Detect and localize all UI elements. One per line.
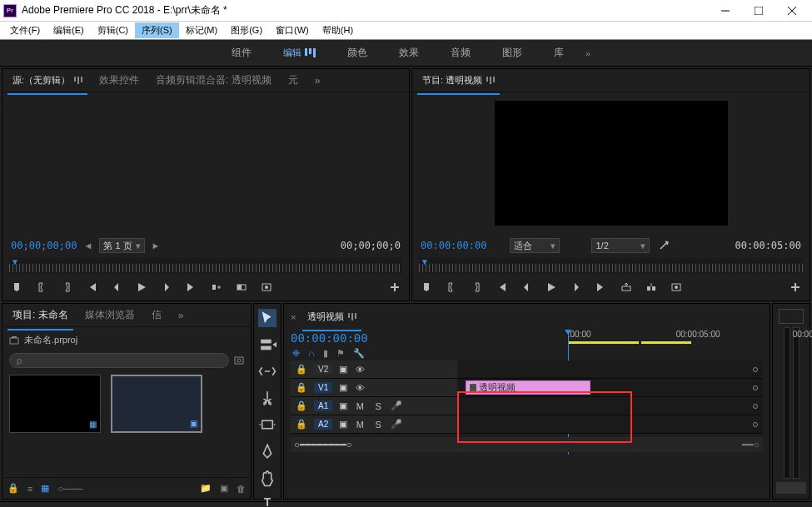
- ws-effects[interactable]: 效果: [386, 42, 432, 63]
- delete-button[interactable]: 🗑: [237, 484, 246, 494]
- tab-project-more[interactable]: »: [173, 306, 189, 325]
- step-back-button[interactable]: [109, 280, 124, 295]
- timeline-ruler[interactable]: :00:00 00:00:05:00 00:00:: [560, 330, 763, 346]
- step-forward-button[interactable]: [159, 280, 174, 295]
- fit-dropdown[interactable]: 适合▾: [510, 238, 560, 253]
- menu-graphic[interactable]: 图形(G): [224, 22, 269, 38]
- ws-assembly[interactable]: 组件: [218, 42, 265, 63]
- bin-header[interactable]: 未命名.prproj: [9, 331, 244, 350]
- panel-menu-icon[interactable]: [486, 77, 495, 84]
- extract-button[interactable]: [644, 280, 659, 295]
- tab-effect-controls[interactable]: 效果控件: [94, 70, 144, 91]
- page-dropdown[interactable]: 第 1 页 ▾: [99, 238, 144, 253]
- track-label-a2[interactable]: A2: [314, 419, 332, 430]
- menu-clip[interactable]: 剪辑(C): [91, 22, 135, 38]
- razor-tool[interactable]: [258, 389, 276, 407]
- solo-toggle[interactable]: S: [372, 401, 384, 411]
- project-item-1[interactable]: ▦: [9, 375, 101, 433]
- add-marker-button[interactable]: [419, 280, 434, 295]
- visibility-toggle[interactable]: 👁: [354, 383, 366, 393]
- panel-menu-icon[interactable]: [348, 313, 356, 321]
- ws-audio[interactable]: 音频: [437, 42, 484, 63]
- track-select-tool[interactable]: [258, 336, 276, 354]
- ws-editing[interactable]: 编辑: [270, 43, 329, 62]
- overwrite-button[interactable]: [234, 280, 249, 295]
- tab-media-browser[interactable]: 媒体浏览器: [80, 305, 140, 326]
- menu-marker[interactable]: 标记(M): [179, 22, 225, 38]
- mark-out-button[interactable]: [59, 280, 74, 295]
- go-to-out-button[interactable]: [184, 280, 199, 295]
- search-input[interactable]: [9, 353, 229, 368]
- menu-edit[interactable]: 编辑(E): [47, 22, 91, 38]
- track-label-v1[interactable]: V1: [314, 382, 332, 393]
- slip-tool[interactable]: [258, 415, 276, 434]
- export-frame-button[interactable]: [669, 280, 684, 295]
- tab-program[interactable]: 节目: 透明视频: [417, 71, 500, 90]
- ws-graphics[interactable]: 图形: [489, 42, 536, 63]
- page-next[interactable]: ►: [152, 241, 161, 251]
- insert-button[interactable]: [209, 280, 224, 295]
- timeline-zoom-bar[interactable]: ○━━━━━━━━○━━○: [291, 437, 763, 452]
- ripple-edit-tool[interactable]: [258, 362, 276, 380]
- voice-over-icon[interactable]: 🎤: [391, 400, 402, 411]
- pen-tool[interactable]: [258, 442, 276, 460]
- new-item-button[interactable]: ▣: [220, 483, 228, 494]
- target-toggle[interactable]: ▣: [339, 382, 347, 393]
- voice-over-icon[interactable]: 🎤: [391, 419, 402, 430]
- new-bin-button[interactable]: 📁: [200, 483, 212, 494]
- track-lane-a2[interactable]: [457, 415, 763, 433]
- filter-icon[interactable]: [234, 355, 244, 365]
- step-back-button[interactable]: [519, 280, 534, 295]
- menu-sequence[interactable]: 序列(S): [135, 22, 179, 38]
- tab-audio-mixer[interactable]: 音频剪辑混合器: 透明视频: [151, 70, 276, 91]
- visibility-toggle[interactable]: 👁: [354, 365, 366, 375]
- mute-toggle[interactable]: M: [354, 420, 366, 430]
- timeline-timecode[interactable]: 00:00:00:00: [291, 331, 368, 345]
- mark-out-button[interactable]: [469, 280, 484, 295]
- lock-icon[interactable]: 🔒: [7, 483, 19, 494]
- keyframe-dot[interactable]: [753, 422, 758, 427]
- menu-help[interactable]: 帮助(H): [316, 22, 360, 38]
- linked-selection-icon[interactable]: ∩: [308, 348, 315, 359]
- close-seq-icon[interactable]: ×: [291, 312, 296, 322]
- target-toggle[interactable]: ▣: [339, 419, 347, 430]
- work-area-bar[interactable]: [568, 341, 639, 344]
- resolution-dropdown[interactable]: 1/2▾: [591, 238, 650, 253]
- keyframe-dot[interactable]: [753, 367, 758, 372]
- hand-tool[interactable]: [258, 469, 276, 487]
- page-prev[interactable]: ◄: [83, 241, 92, 251]
- mark-in-button[interactable]: [444, 280, 459, 295]
- project-item-2[interactable]: ▣: [111, 375, 202, 433]
- marker-icon[interactable]: ▮: [323, 348, 328, 359]
- export-frame-button[interactable]: [259, 280, 274, 295]
- ws-color[interactable]: 颜色: [334, 42, 381, 63]
- list-view-button[interactable]: ≡: [27, 484, 32, 494]
- program-tc-in[interactable]: 00:00:00:00: [421, 240, 486, 251]
- play-button[interactable]: [134, 280, 149, 295]
- tab-sequence[interactable]: 透明视频: [302, 307, 361, 326]
- tab-info[interactable]: 信: [147, 305, 167, 326]
- type-tool[interactable]: T: [258, 495, 276, 507]
- tab-source-more[interactable]: »: [310, 72, 326, 90]
- settings-icon[interactable]: ⚑: [336, 348, 345, 359]
- target-toggle[interactable]: ▣: [339, 400, 347, 411]
- ws-libraries[interactable]: 库: [541, 42, 577, 63]
- settings-button[interactable]: [656, 238, 671, 253]
- panel-menu-icon[interactable]: [74, 77, 82, 84]
- zoom-slider[interactable]: ○───: [57, 484, 82, 494]
- lock-toggle[interactable]: 🔒: [296, 400, 307, 411]
- keyframe-dot[interactable]: [753, 404, 758, 409]
- keyframe-dot[interactable]: [753, 385, 758, 390]
- tab-source[interactable]: 源:（无剪辑）: [7, 71, 87, 90]
- go-to-in-button[interactable]: [84, 280, 99, 295]
- track-lane-v1[interactable]: fx透明视频: [457, 379, 763, 396]
- tab-metadata[interactable]: 元: [283, 70, 303, 91]
- wrench-icon[interactable]: 🔧: [353, 348, 365, 359]
- track-lane-v2[interactable]: [457, 360, 763, 378]
- work-area-bar-2[interactable]: [641, 341, 691, 344]
- solo-toggle[interactable]: S: [372, 420, 384, 430]
- program-ruler[interactable]: ▼: [419, 257, 803, 274]
- source-tc-in[interactable]: 00;00;00;00: [11, 240, 77, 251]
- step-forward-button[interactable]: [569, 280, 584, 295]
- minimize-button[interactable]: [709, 0, 742, 22]
